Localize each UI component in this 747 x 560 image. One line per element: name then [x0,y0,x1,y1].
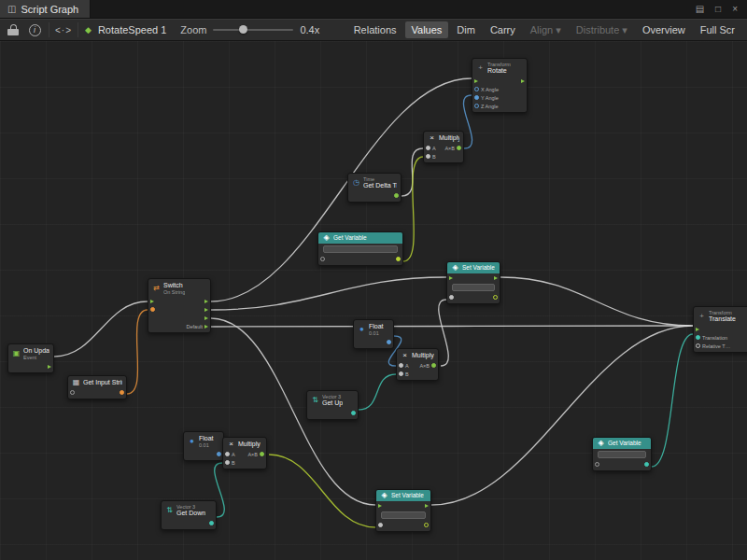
toolbar-button-overview[interactable]: Overview [636,21,692,38]
value-port[interactable] [696,343,700,348]
value-port[interactable] [217,452,221,456]
toolbar-button-relations[interactable]: Relations [347,21,403,38]
value-port[interactable] [696,335,700,340]
node-multiply-low[interactable]: ×MultiplyAA×BB [222,437,267,469]
flow-port[interactable] [494,276,498,280]
value-port[interactable] [150,307,155,312]
toolbar-button-dim[interactable]: Dim [450,21,482,38]
value-port[interactable] [457,146,461,150]
maximize-button[interactable]: □ [715,5,721,14]
variable-icon: ◈ [322,234,331,242]
flow-port[interactable] [474,79,478,83]
value-port[interactable] [424,523,429,527]
node-get-input-string[interactable]: ▦Get Input Strin… [67,375,127,399]
flow-port[interactable] [204,316,208,320]
flow-port[interactable] [150,300,154,303]
node-vector3-get-down[interactable]: ⇅Vector 3Get Down [161,500,217,530]
value-port[interactable] [70,390,75,395]
node-subtitle: 0.01 [369,330,384,336]
flow-port[interactable] [378,504,382,508]
value-port[interactable] [120,390,124,395]
value-port[interactable] [378,523,383,527]
port-cell [378,523,383,527]
node-switch-on-string[interactable]: ⇄SwitchOn StringDefault [148,278,211,333]
value-port[interactable] [474,95,479,100]
node-get-variable-right[interactable]: ◈Get Variable [592,437,652,471]
switch-icon: ⇄ [152,285,161,292]
node-on-update[interactable]: ▣On UpdateEvent [7,343,54,373]
value-port[interactable] [644,462,649,467]
toolbar-button-full-scr[interactable]: Full Scr [694,21,741,38]
code-view-icon[interactable]: <·> [56,22,71,37]
value-port[interactable] [595,462,599,467]
value-port[interactable] [493,295,498,300]
value-port[interactable] [399,363,403,368]
port-cell [70,390,75,395]
node-float-low[interactable]: ●Float0.01 [183,431,224,461]
value-port[interactable] [225,460,230,465]
variable-name-field[interactable] [598,451,646,458]
port-label: Y Angle [481,95,499,101]
node-set-variable-bottom[interactable]: ◈Set Variable [375,489,431,532]
node-multiply-mid[interactable]: ×MultiplyAA×BB [396,348,439,381]
value-port[interactable] [225,452,230,456]
value-port[interactable] [449,295,454,300]
port-cell [209,521,214,525]
port-cell: Relative T… [696,343,730,349]
graph-canvas[interactable]: +TransformRotateX AngleY AngleZ Angle×Mu… [0,41,747,560]
close-button[interactable]: × [732,5,738,14]
port-cell [493,295,498,300]
value-port[interactable] [474,87,479,91]
menu-button[interactable]: ▤ [696,5,704,14]
node-header: ◈Get Variable [318,232,402,244]
node-multiply-top[interactable]: ×MultiplyAA×BB [423,131,464,163]
value-port[interactable] [399,371,403,376]
lock-icon[interactable] [6,22,21,37]
port-cell [387,340,391,344]
zoom-knob[interactable] [239,25,247,34]
zoom-slider[interactable] [213,29,293,31]
toolbar-button-align[interactable]: Align ▾ [524,21,568,39]
value-port[interactable] [387,340,391,344]
value-port[interactable] [260,452,264,456]
node-rotate[interactable]: +TransformRotateX AngleY AngleZ Angle [472,58,528,113]
node-title: Multiply [412,352,434,359]
multiply-icon: × [227,441,235,448]
node-get-variable-top[interactable]: ◈Get Variable [317,231,403,266]
variable-name-field[interactable] [381,511,426,519]
flow-port[interactable] [204,325,208,329]
toolbar-button-values[interactable]: Values [405,21,449,38]
value-port[interactable] [351,411,356,415]
flow-port[interactable] [48,365,51,369]
node-translate[interactable]: +TransformTranslateTranslationRelative T… [693,306,747,353]
port-row [68,388,126,397]
flow-port[interactable] [204,300,208,303]
flow-port[interactable] [696,328,699,331]
toolbar-button-distribute[interactable]: Distribute ▾ [570,21,634,39]
flow-port[interactable] [449,276,453,280]
value-port[interactable] [474,104,479,108]
variable-name-field[interactable] [323,245,398,253]
flow-port[interactable] [204,308,208,312]
node-title-block: Multiply [439,134,459,142]
node-float-top[interactable]: ●Float0.01 [353,319,394,349]
value-port[interactable] [209,521,214,525]
node-set-variable-mid[interactable]: ◈Set Variable [446,261,500,304]
port-cell: B [426,154,436,160]
tab-script-graph[interactable]: ◫ Script Graph [0,0,91,18]
value-port[interactable] [320,257,325,261]
flow-port[interactable] [521,79,525,83]
value-port[interactable] [426,146,430,150]
port-cell [217,452,221,456]
variable-name-field[interactable] [452,284,495,291]
toolbar-button-carry[interactable]: Carry [484,21,522,38]
node-get-delta-time[interactable]: ◷TimeGet Delta Time [347,173,402,203]
port-row [472,77,527,85]
info-icon[interactable]: i [27,22,42,37]
value-port[interactable] [396,257,401,261]
flow-port[interactable] [425,504,429,508]
value-port[interactable] [426,154,430,159]
value-port[interactable] [394,193,399,198]
node-vector3-get-up[interactable]: ⇅Vector 3Get Up [306,390,359,420]
value-port[interactable] [431,363,436,368]
